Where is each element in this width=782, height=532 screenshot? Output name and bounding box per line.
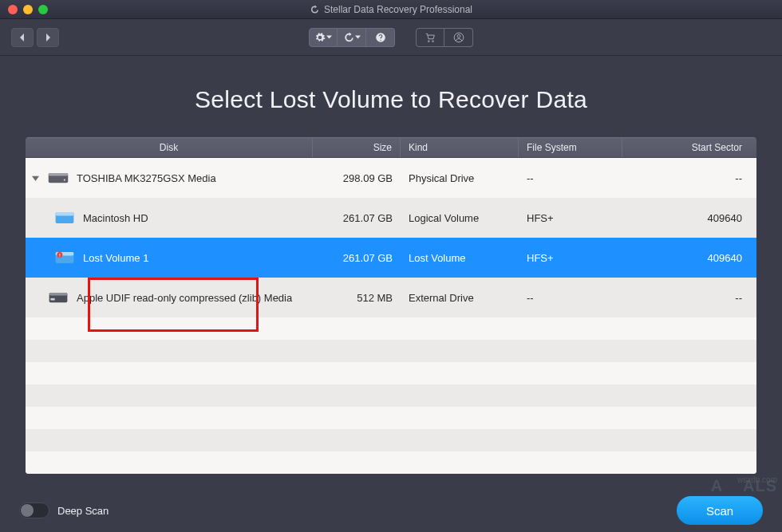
scan-button[interactable]: Scan: [677, 496, 763, 525]
vol-drive-icon: [53, 209, 77, 227]
table-row[interactable]: Apple UDIF read-only compressed (zlib) M…: [26, 278, 756, 317]
svg-rect-8: [56, 212, 74, 215]
svg-point-6: [64, 179, 65, 180]
svg-rect-15: [50, 298, 54, 301]
cell-kind: Logical Volume: [401, 212, 519, 224]
cell-fs: HFS+: [519, 252, 622, 264]
chevron-down-icon: [355, 34, 361, 40]
deep-scan-label: Deep Scan: [57, 505, 109, 517]
watermark-text: wsxdn.com: [737, 475, 777, 484]
cell-size: 261.07 GB: [313, 252, 401, 264]
svg-point-0: [428, 40, 429, 41]
toolbar: [0, 19, 782, 56]
table-header: Disk Size Kind File System Start Sector: [26, 137, 756, 158]
disclosure-triangle-icon[interactable]: [30, 175, 40, 182]
footer: Deep Scan Scan: [0, 489, 782, 532]
cell-fs: --: [519, 172, 622, 184]
help-button[interactable]: [366, 28, 395, 47]
cell-size: 298.09 GB: [313, 172, 401, 184]
minimize-window-icon[interactable]: [23, 5, 33, 14]
cell-ss: 409640: [622, 212, 756, 224]
svg-text:!: !: [59, 253, 61, 258]
ext-drive-icon: [46, 289, 70, 306]
volume-table: Disk Size Kind File System Start Sector …: [26, 137, 756, 474]
col-header-kind[interactable]: Kind: [401, 138, 519, 157]
hdd-drive-icon: [46, 169, 70, 187]
disk-name: Lost Volume 1: [83, 252, 148, 264]
cell-ss: 409640: [622, 252, 756, 264]
cell-kind: External Drive: [401, 292, 519, 304]
table-row[interactable]: Macintosh HD261.07 GBLogical VolumeHFS+4…: [26, 198, 756, 238]
svg-point-3: [457, 34, 460, 37]
table-row[interactable]: TOSHIBA MK3275GSX Media298.09 GBPhysical…: [26, 158, 756, 198]
cell-disk: Macintosh HD: [26, 209, 313, 227]
close-window-icon[interactable]: [8, 5, 18, 14]
col-header-disk[interactable]: Disk: [26, 138, 313, 157]
cell-size: 512 MB: [313, 292, 401, 304]
forward-button[interactable]: [37, 28, 59, 47]
table-row-empty: [26, 429, 756, 451]
history-button[interactable]: [338, 28, 366, 47]
svg-rect-5: [49, 173, 69, 176]
table-row[interactable]: !Lost Volume 1261.07 GBLost VolumeHFS+40…: [26, 238, 756, 278]
deep-scan-control: Deep Scan: [19, 502, 109, 518]
cell-ss: --: [622, 172, 756, 184]
disk-name: Macintosh HD: [83, 212, 148, 224]
settings-button[interactable]: [309, 28, 338, 47]
table-row-empty: [26, 340, 756, 362]
table-row-empty: [26, 407, 756, 429]
cart-icon: [425, 32, 436, 43]
page-title: Select Lost Volume to Recover Data: [0, 56, 782, 137]
table-body: TOSHIBA MK3275GSX Media298.09 GBPhysical…: [26, 158, 756, 474]
chevron-down-icon: [326, 34, 332, 40]
gear-icon: [314, 32, 326, 43]
cell-disk: Apple UDIF read-only compressed (zlib) M…: [26, 289, 313, 306]
cell-kind: Lost Volume: [401, 252, 519, 264]
window-controls: [8, 5, 48, 14]
table-row-empty: [26, 317, 756, 340]
title-bar: Stellar Data Recovery Professional: [0, 0, 782, 19]
cell-fs: --: [519, 292, 622, 304]
cell-fs: HFS+: [519, 212, 622, 224]
window-title-text: Stellar Data Recovery Professional: [324, 4, 472, 15]
svg-rect-14: [49, 293, 68, 296]
deep-scan-toggle[interactable]: [19, 502, 49, 518]
svg-point-1: [432, 40, 434, 41]
account-button[interactable]: [444, 28, 473, 47]
window-title: Stellar Data Recovery Professional: [0, 4, 782, 15]
disk-name: Apple UDIF read-only compressed (zlib) M…: [77, 292, 292, 304]
table-row-empty: [26, 362, 756, 384]
cart-button[interactable]: [416, 28, 444, 47]
col-header-size[interactable]: Size: [313, 138, 401, 157]
cell-kind: Physical Drive: [401, 172, 519, 184]
cell-disk: !Lost Volume 1: [26, 249, 313, 266]
col-header-start-sector[interactable]: Start Sector: [622, 138, 756, 157]
maximize-window-icon[interactable]: [38, 5, 48, 14]
user-icon: [453, 32, 464, 43]
history-icon: [343, 32, 354, 43]
cell-disk: TOSHIBA MK3275GSX Media: [26, 169, 313, 187]
help-icon: [375, 32, 386, 43]
table-row-empty: [26, 451, 756, 474]
main-content: Select Lost Volume to Recover Data Disk …: [0, 56, 782, 474]
cell-size: 261.07 GB: [313, 212, 401, 224]
recovery-icon: [310, 5, 319, 14]
back-button[interactable]: [11, 28, 34, 47]
cell-ss: --: [622, 292, 756, 304]
col-header-filesystem[interactable]: File System: [519, 138, 622, 157]
disk-name: TOSHIBA MK3275GSX Media: [77, 172, 216, 184]
table-row-empty: [26, 384, 756, 407]
lost-drive-icon: !: [53, 249, 77, 266]
